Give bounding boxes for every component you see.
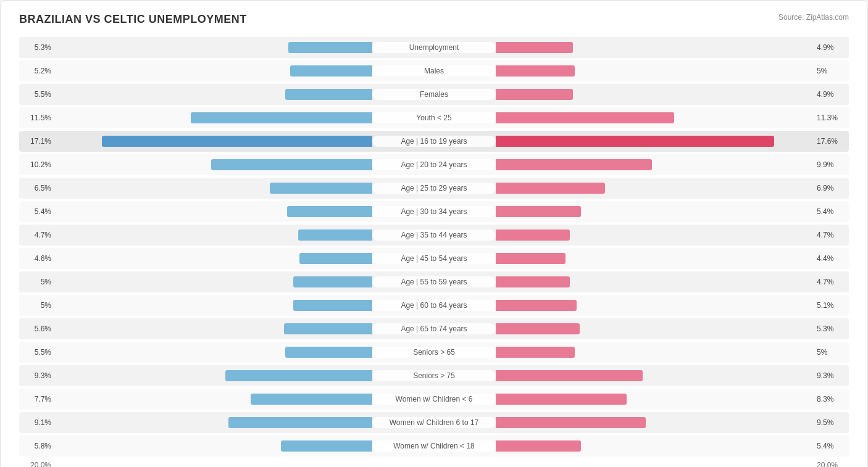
- left-value: 5.3%: [19, 43, 56, 52]
- bars-area: Youth < 25: [56, 107, 812, 128]
- left-value: 5.5%: [19, 90, 56, 99]
- bars-area: Age | 60 to 64 years: [56, 295, 812, 316]
- table-row: 5.8% Women w/ Children < 18 5.4%: [19, 436, 849, 457]
- bars-area: Age | 16 to 19 years: [56, 131, 812, 152]
- bars-area: Women w/ Children < 18: [56, 436, 812, 457]
- axis-row: 20.0% 20.0%: [19, 459, 849, 467]
- bar-brazilian: [251, 394, 372, 405]
- right-bar-wrap: [496, 41, 812, 54]
- right-bar-wrap: [496, 181, 812, 195]
- right-value: 6.9%: [812, 184, 849, 192]
- left-value: 4.6%: [19, 254, 56, 263]
- bar-label: Youth < 25: [372, 112, 496, 123]
- right-value: 4.7%: [812, 278, 849, 286]
- left-value: 5%: [19, 278, 56, 286]
- bar-label: Age | 45 to 54 years: [372, 253, 496, 264]
- right-bar-wrap: [496, 322, 812, 336]
- bar-celtic: [496, 394, 627, 405]
- bar-celtic: [496, 276, 570, 287]
- left-value: 5.5%: [19, 348, 56, 357]
- left-bar-wrap: [56, 88, 372, 101]
- right-value: 5%: [812, 67, 849, 75]
- bar-label: Women w/ Children 6 to 17: [372, 417, 496, 428]
- table-row: 9.3% Seniors > 75 9.3%: [19, 365, 849, 386]
- left-value: 9.1%: [19, 418, 56, 427]
- left-bar-wrap: [56, 228, 372, 242]
- table-row: 5% Age | 55 to 59 years 4.7%: [19, 271, 849, 292]
- left-bar-wrap: [56, 64, 372, 78]
- bar-celtic: [496, 89, 573, 100]
- chart-title: BRAZILIAN VS CELTIC UNEMPLOYMENT: [19, 13, 247, 26]
- left-value: 9.3%: [19, 371, 56, 380]
- left-bar-wrap: [56, 322, 372, 336]
- right-value: 5.4%: [812, 442, 849, 450]
- bar-celtic: [496, 370, 643, 381]
- right-value: 4.7%: [812, 231, 849, 239]
- bar-label: Males: [372, 65, 496, 76]
- bar-brazilian: [285, 347, 372, 358]
- right-bar-wrap: [496, 64, 812, 78]
- left-bar-wrap: [56, 392, 372, 406]
- right-bar-wrap: [496, 416, 812, 429]
- bar-brazilian: [191, 112, 372, 123]
- bar-label: Seniors > 75: [372, 370, 496, 381]
- bars-area: Seniors > 75: [56, 365, 812, 386]
- bar-brazilian: [285, 89, 372, 100]
- right-bar-wrap: [496, 158, 812, 172]
- right-value: 4.9%: [812, 43, 849, 52]
- bar-celtic: [496, 183, 605, 194]
- bar-brazilian: [211, 159, 372, 170]
- right-value: 4.4%: [812, 254, 849, 263]
- left-bar-wrap: [56, 345, 372, 359]
- left-value: 5.6%: [19, 324, 56, 333]
- bar-label: Age | 25 to 29 years: [372, 183, 496, 194]
- right-bar-wrap: [496, 345, 812, 359]
- bars-area: Age | 20 to 24 years: [56, 154, 812, 175]
- bar-brazilian: [284, 323, 372, 334]
- bar-celtic: [496, 136, 774, 147]
- right-bar-wrap: [496, 228, 812, 242]
- bars-area: Age | 45 to 54 years: [56, 248, 812, 269]
- bar-label: Age | 30 to 34 years: [372, 206, 496, 217]
- left-bar-wrap: [56, 369, 372, 382]
- right-value: 5%: [812, 348, 849, 357]
- table-row: 5.6% Age | 65 to 74 years 5.3%: [19, 318, 849, 339]
- left-value: 5.2%: [19, 67, 56, 75]
- bar-brazilian: [270, 183, 372, 194]
- right-bar-wrap: [496, 205, 812, 218]
- table-row: 5% Age | 60 to 64 years 5.1%: [19, 295, 849, 316]
- bar-celtic: [496, 159, 652, 170]
- table-row: 5.4% Age | 30 to 34 years 5.4%: [19, 201, 849, 222]
- bar-celtic: [496, 253, 565, 264]
- bar-celtic: [496, 206, 581, 217]
- right-bar-wrap: [496, 252, 812, 265]
- right-bar-wrap: [496, 439, 812, 453]
- bars-area: Age | 30 to 34 years: [56, 201, 812, 222]
- bar-brazilian: [281, 440, 372, 452]
- bar-label: Unemployment: [372, 42, 496, 53]
- left-bar-wrap: [56, 439, 372, 453]
- left-bar-wrap: [56, 41, 372, 54]
- right-value: 9.5%: [812, 418, 849, 427]
- table-row: 5.5% Seniors > 65 5%: [19, 342, 849, 363]
- table-row: 9.1% Women w/ Children 6 to 17 9.5%: [19, 412, 849, 433]
- table-row: 4.7% Age | 35 to 44 years 4.7%: [19, 225, 849, 246]
- bars-area: Women w/ Children < 6: [56, 389, 812, 410]
- right-value: 8.3%: [812, 395, 849, 403]
- bars-area: Age | 55 to 59 years: [56, 271, 812, 292]
- axis-left-label: 20.0%: [19, 461, 56, 467]
- left-bar-wrap: [56, 181, 372, 195]
- bar-celtic: [496, 229, 570, 241]
- left-value: 17.1%: [19, 137, 56, 146]
- bars-area: Females: [56, 84, 812, 105]
- bars-area: Males: [56, 60, 812, 81]
- bar-label: Age | 55 to 59 years: [372, 276, 496, 287]
- table-row: 5.3% Unemployment 4.9%: [19, 37, 849, 58]
- right-value: 11.3%: [812, 114, 849, 122]
- bar-label: Women w/ Children < 6: [372, 394, 496, 405]
- table-row: 10.2% Age | 20 to 24 years 9.9%: [19, 154, 849, 175]
- table-row: 17.1% Age | 16 to 19 years 17.6%: [19, 131, 849, 152]
- bar-celtic: [496, 440, 581, 452]
- right-bar-wrap: [496, 111, 812, 125]
- bar-brazilian: [102, 136, 372, 147]
